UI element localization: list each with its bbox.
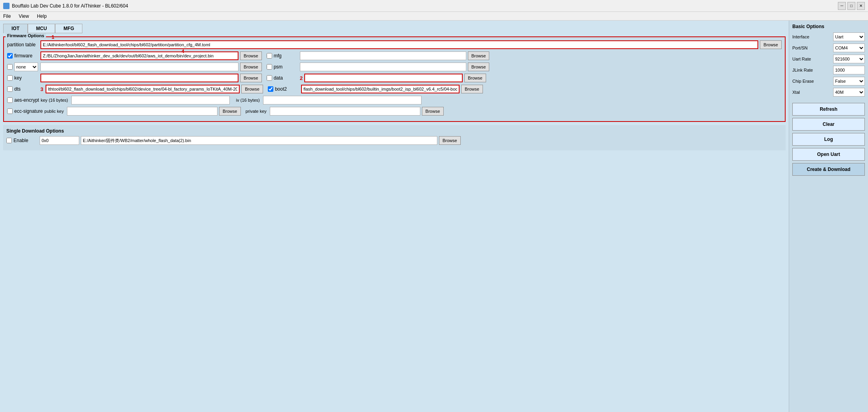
menu-bar: File View Help xyxy=(0,12,868,21)
title-bar: Bouffalo Lab Dev Cube 1.8.0 for AiThinke… xyxy=(0,0,868,12)
mfg-browse[interactable]: Browse xyxy=(468,51,490,60)
close-button[interactable]: ✕ xyxy=(857,2,865,10)
ecc-signature-row: ecc-signature public key Browse private … xyxy=(7,107,782,116)
public-key-browse[interactable]: Browse xyxy=(219,107,241,116)
port-row: Port/SN COM1 COM2 COM3 COM4 COM5 xyxy=(792,44,865,52)
private-key-input[interactable] xyxy=(270,107,420,116)
psm-input[interactable] xyxy=(300,63,466,71)
aes-encrypt-row: aes-encrypt key (16 bytes) iv (16 bytes) xyxy=(7,96,782,104)
window-title: Bouffalo Lab Dev Cube 1.8.0 for AiThinke… xyxy=(12,3,128,9)
none-checkbox[interactable] xyxy=(7,64,13,70)
none-input[interactable] xyxy=(40,63,238,71)
left-panel: IOT MCU MFG Firmware Options 1 partition… xyxy=(0,21,789,412)
interface-row: Interface Uart JTAG xyxy=(792,32,865,41)
annotation-2: 2 xyxy=(300,75,303,81)
menu-file[interactable]: File xyxy=(2,13,12,19)
single-browse[interactable]: Browse xyxy=(439,136,461,145)
uart-rate-label: Uart Rate xyxy=(792,57,820,61)
xtal-label: Xtal xyxy=(792,90,820,95)
partition-table-input[interactable] xyxy=(40,40,758,49)
psm-browse[interactable]: Browse xyxy=(468,63,490,71)
single-file-input[interactable] xyxy=(81,136,437,145)
none-dropdown[interactable]: none xyxy=(14,63,38,71)
uart-rate-select[interactable]: 115200 230400 460800 921600 2000000 xyxy=(833,55,865,63)
none-row: none Browse psm Browse xyxy=(7,63,782,71)
boot2-label: boot2 xyxy=(268,86,300,92)
dts-row: dts 3 Browse boot2 Browse xyxy=(7,85,782,93)
firmware-row: firmware 4 Browse mfg Browse xyxy=(7,51,782,60)
single-download-label: Single Download Options xyxy=(6,128,782,134)
enable-checkbox[interactable] xyxy=(6,138,12,143)
menu-view[interactable]: View xyxy=(17,13,31,19)
psm-checkbox[interactable] xyxy=(267,64,272,70)
psm-label: psm xyxy=(267,64,298,70)
private-key-browse[interactable]: Browse xyxy=(422,107,444,116)
firmware-browse[interactable]: Browse xyxy=(240,51,262,60)
jlink-rate-input[interactable] xyxy=(833,66,865,74)
public-key-input[interactable] xyxy=(67,107,217,116)
tabs: IOT MCU MFG xyxy=(3,24,786,33)
none-label: none xyxy=(7,63,39,71)
key-label: key xyxy=(7,75,39,81)
none-browse[interactable]: Browse xyxy=(240,63,262,71)
tab-mfg[interactable]: MFG xyxy=(55,24,82,33)
key-browse[interactable]: Browse xyxy=(240,74,262,82)
app-icon xyxy=(3,3,10,9)
dts-checkbox[interactable] xyxy=(7,86,13,92)
refresh-button[interactable]: Refresh xyxy=(792,103,865,116)
right-panel: Basic Options Interface Uart JTAG Port/S… xyxy=(789,21,868,412)
boot2-checkbox[interactable] xyxy=(268,86,273,92)
boot2-browse[interactable]: Browse xyxy=(461,85,483,93)
key-input[interactable] xyxy=(40,74,238,82)
clear-button[interactable]: Clear xyxy=(792,118,865,131)
window-controls[interactable]: ─ □ ✕ xyxy=(838,2,865,10)
minimize-button[interactable]: ─ xyxy=(838,2,846,10)
firmware-options-label: Firmware Options xyxy=(6,33,46,38)
port-label: Port/SN xyxy=(792,46,820,50)
partition-table-browse[interactable]: Browse xyxy=(760,40,782,49)
mfg-checkbox[interactable] xyxy=(267,53,272,59)
interface-select[interactable]: Uart JTAG xyxy=(833,32,865,41)
menu-help[interactable]: Help xyxy=(35,13,48,19)
offset-input[interactable] xyxy=(40,136,79,145)
mfg-label: mfg xyxy=(267,53,298,59)
partition-table-row: partition table Browse xyxy=(7,40,782,49)
boot2-input[interactable] xyxy=(301,85,460,93)
ecc-signature-label: ecc-signature xyxy=(7,108,43,114)
log-button[interactable]: Log xyxy=(792,133,865,146)
dts-label: dts xyxy=(7,86,39,92)
create-download-button[interactable]: Create & Download xyxy=(792,163,865,176)
chip-erase-select[interactable]: False True xyxy=(833,77,865,85)
aes-encrypt-checkbox[interactable] xyxy=(7,97,13,103)
firmware-checkbox[interactable] xyxy=(7,53,13,59)
aes-key-input[interactable] xyxy=(71,96,230,104)
open-uart-button[interactable]: Open Uart xyxy=(792,148,865,161)
key-checkbox[interactable] xyxy=(7,75,13,81)
jlink-rate-row: JLink Rate xyxy=(792,66,865,74)
data-browse[interactable]: Browse xyxy=(464,74,486,82)
mfg-input[interactable] xyxy=(300,51,466,60)
single-download-row: Enable Browse xyxy=(6,136,782,145)
aes-encrypt-label: aes-encrypt xyxy=(7,97,39,103)
partition-table-label: partition table xyxy=(7,42,39,47)
data-label: data xyxy=(267,75,298,81)
firmware-input[interactable] xyxy=(40,51,238,60)
data-input[interactable] xyxy=(304,74,463,82)
ecc-checkbox[interactable] xyxy=(7,108,13,114)
xtal-row: Xtal 24M 32M 38.4M 40M 26M xyxy=(792,88,865,97)
key-bytes-label: key (16 bytes) xyxy=(41,98,68,103)
private-key-label: private key xyxy=(246,109,267,114)
aes-iv-input[interactable] xyxy=(263,96,422,104)
maximize-button[interactable]: □ xyxy=(847,2,855,10)
dts-input[interactable] xyxy=(46,85,240,93)
tab-iot[interactable]: IOT xyxy=(3,24,28,33)
dts-browse[interactable]: Browse xyxy=(241,85,263,93)
key-row: key Browse data 2 Browse xyxy=(7,74,782,82)
annotation-1: 1 xyxy=(52,34,54,40)
xtal-select[interactable]: 24M 32M 38.4M 40M 26M xyxy=(833,88,865,97)
port-select[interactable]: COM1 COM2 COM3 COM4 COM5 xyxy=(833,44,865,52)
data-checkbox[interactable] xyxy=(267,75,272,81)
uart-rate-row: Uart Rate 115200 230400 460800 921600 20… xyxy=(792,55,865,63)
tab-mcu[interactable]: MCU xyxy=(28,24,55,33)
basic-options-title: Basic Options xyxy=(792,24,865,29)
